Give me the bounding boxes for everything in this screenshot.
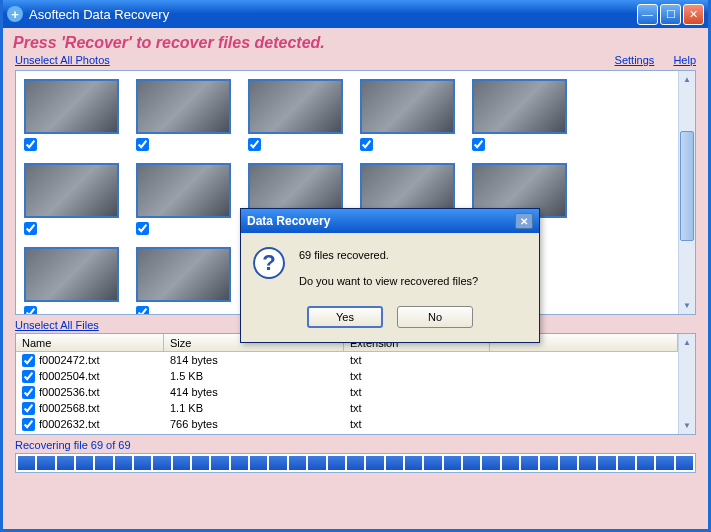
file-checkbox[interactable] <box>22 354 35 367</box>
scrollbar-up-arrow-icon[interactable]: ▲ <box>679 71 695 88</box>
dialog-close-button[interactable]: ✕ <box>515 213 533 229</box>
file-extension: txt <box>344 418 490 430</box>
instruction-text: Press 'Recover' to recover files detecte… <box>3 28 708 54</box>
photo-item[interactable] <box>136 79 236 151</box>
scrollbar-down-arrow-icon[interactable]: ▼ <box>679 297 695 314</box>
table-row[interactable]: f0002568.txt1.1 KBtxt <box>16 400 678 416</box>
dialog-message-line2: Do you want to view recovered files? <box>299 273 478 291</box>
unselect-all-photos-link[interactable]: Unselect All Photos <box>15 54 110 66</box>
photo-thumbnail <box>360 79 455 134</box>
dialog-title: Data Recovery <box>247 214 515 228</box>
photo-item[interactable] <box>248 79 348 151</box>
dialog-titlebar: Data Recovery ✕ <box>241 209 539 233</box>
close-button[interactable]: ✕ <box>683 4 704 25</box>
maximize-button[interactable]: ☐ <box>660 4 681 25</box>
help-link[interactable]: Help <box>673 54 696 66</box>
file-name: f0002504.txt <box>39 370 100 382</box>
file-extension: txt <box>344 354 490 366</box>
file-checkbox[interactable] <box>22 386 35 399</box>
file-extension: txt <box>344 402 490 414</box>
photo-thumbnail <box>472 79 567 134</box>
file-size: 1.1 KB <box>164 402 344 414</box>
photo-item[interactable] <box>136 163 236 235</box>
file-name: f0002472.txt <box>39 354 100 366</box>
photo-thumbnail <box>24 79 119 134</box>
photo-item[interactable] <box>24 163 124 235</box>
titlebar: + Asoftech Data Recovery — ☐ ✕ <box>3 0 708 28</box>
question-icon: ? <box>253 247 285 279</box>
file-checkbox[interactable] <box>22 418 35 431</box>
photos-scrollbar[interactable]: ▲ ▼ <box>678 71 695 314</box>
photo-thumbnail <box>248 79 343 134</box>
photo-item[interactable] <box>24 79 124 151</box>
photo-thumbnail <box>136 79 231 134</box>
files-panel: Name Size Extension f0002472.txt814 byte… <box>15 333 696 435</box>
photo-checkbox[interactable] <box>136 306 149 314</box>
file-checkbox[interactable] <box>22 402 35 415</box>
scrollbar-thumb[interactable] <box>680 131 694 241</box>
files-table-body: f0002472.txt814 bytestxtf0002504.txt1.5 … <box>16 352 678 434</box>
unselect-all-files-link[interactable]: Unselect All Files <box>15 319 99 331</box>
photo-checkbox[interactable] <box>24 222 37 235</box>
file-size: 766 bytes <box>164 418 344 430</box>
scrollbar-up-arrow-icon[interactable]: ▲ <box>679 334 695 351</box>
settings-link[interactable]: Settings <box>615 54 655 66</box>
file-name: f0002632.txt <box>39 418 100 430</box>
photo-thumbnail <box>136 163 231 218</box>
table-row[interactable]: f0002472.txt814 bytestxt <box>16 352 678 368</box>
photo-checkbox[interactable] <box>136 138 149 151</box>
file-size: 814 bytes <box>164 354 344 366</box>
files-scrollbar[interactable]: ▲ ▼ <box>678 334 695 434</box>
dialog-message-line1: 69 files recovered. <box>299 247 478 265</box>
recovery-dialog: Data Recovery ✕ ? 69 files recovered. Do… <box>240 208 540 343</box>
photo-item[interactable] <box>360 79 460 151</box>
file-extension: txt <box>344 370 490 382</box>
links-row: Unselect All Photos Settings Help <box>3 54 708 70</box>
photo-checkbox[interactable] <box>472 138 485 151</box>
file-size: 414 bytes <box>164 386 344 398</box>
scrollbar-down-arrow-icon[interactable]: ▼ <box>679 417 695 434</box>
photo-thumbnail <box>24 247 119 302</box>
photo-checkbox[interactable] <box>24 306 37 314</box>
progress-bar <box>15 453 696 473</box>
photo-thumbnail <box>136 247 231 302</box>
app-icon: + <box>7 6 23 22</box>
photo-checkbox[interactable] <box>360 138 373 151</box>
photo-checkbox[interactable] <box>248 138 261 151</box>
window-title: Asoftech Data Recovery <box>29 7 635 22</box>
file-extension: txt <box>344 386 490 398</box>
file-name: f0002568.txt <box>39 402 100 414</box>
table-row[interactable]: f0002504.txt1.5 KBtxt <box>16 368 678 384</box>
status-text: Recovering file 69 of 69 <box>3 435 708 453</box>
no-button[interactable]: No <box>397 306 473 328</box>
file-name: f0002536.txt <box>39 386 100 398</box>
file-checkbox[interactable] <box>22 370 35 383</box>
photo-item[interactable] <box>136 247 236 314</box>
photo-item[interactable] <box>24 247 124 314</box>
photo-thumbnail <box>24 163 119 218</box>
column-header-name[interactable]: Name <box>16 334 164 351</box>
yes-button[interactable]: Yes <box>307 306 383 328</box>
file-size: 1.5 KB <box>164 370 344 382</box>
table-row[interactable]: f0002536.txt414 bytestxt <box>16 384 678 400</box>
photo-checkbox[interactable] <box>24 138 37 151</box>
minimize-button[interactable]: — <box>637 4 658 25</box>
table-row[interactable]: f0002632.txt766 bytestxt <box>16 416 678 432</box>
photo-item[interactable] <box>472 79 572 151</box>
photo-checkbox[interactable] <box>136 222 149 235</box>
